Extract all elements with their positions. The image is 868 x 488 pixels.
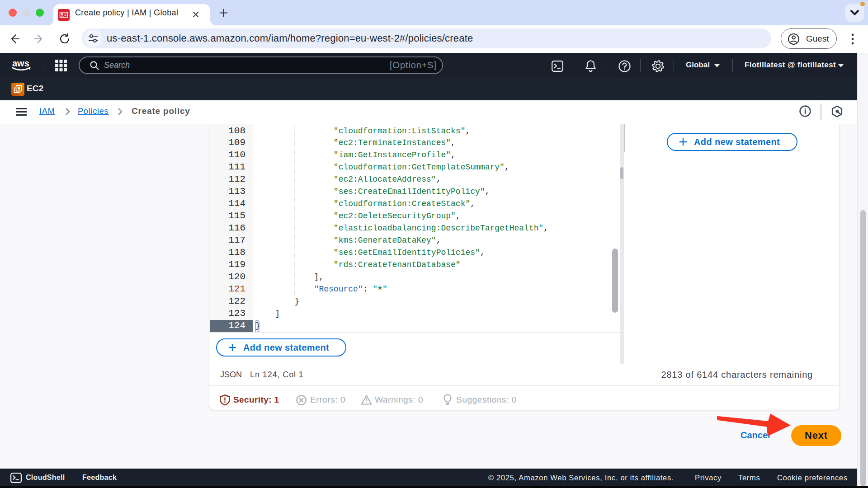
svg-text:aws: aws xyxy=(12,58,29,68)
